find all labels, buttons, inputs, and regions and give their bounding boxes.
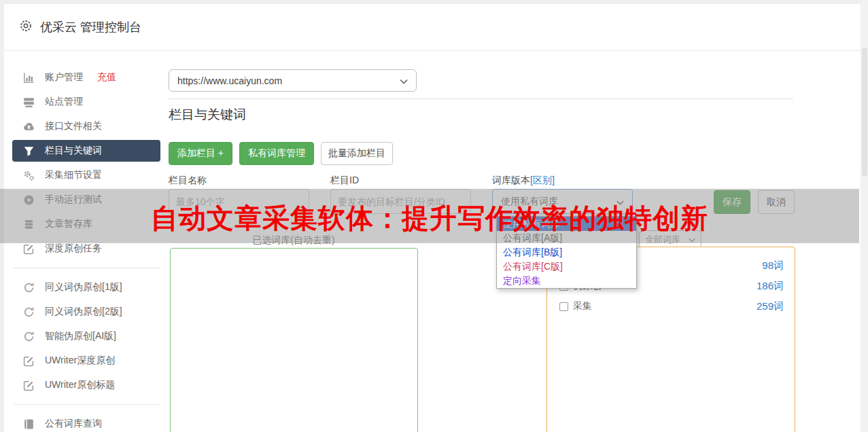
sidebar-item-label: 智能伪原创[AI版] (45, 330, 116, 342)
sidebar-item-label: 同义词伪原创[1版] (45, 281, 122, 293)
refresh-icon (23, 331, 35, 342)
sidebar-item-label: UWriter深度原创 (45, 355, 115, 367)
sidebar-item-uwriter-title[interactable]: UWriter原创标题 (4, 373, 169, 397)
bar-chart-icon (23, 72, 35, 84)
edit-icon (23, 355, 35, 367)
sidebar-item-label: 深度原创任务 (45, 242, 102, 255)
lib-row-label: 采集 (573, 300, 592, 312)
dropdown-option-public-b[interactable]: 公有词库[B版] (497, 245, 636, 259)
sidebar-item-label: 同义词伪原创[2版] (45, 306, 122, 318)
gears-icon (23, 170, 35, 181)
site-select[interactable]: https://www.ucaiyun.com (169, 69, 417, 92)
filter-icon (23, 145, 35, 157)
vertical-scrollbar[interactable] (861, 0, 868, 432)
private-lib-manage-button[interactable]: 私有词库管理 (239, 142, 314, 165)
cloud-upload-icon (23, 121, 35, 132)
server-icon (23, 96, 35, 108)
dropdown-option-public-c[interactable]: 公有词库[C版] (497, 259, 636, 274)
sidebar-item-ai-rewrite[interactable]: 智能伪原创[AI版] (4, 324, 169, 348)
sidebar-item-columns-keywords[interactable]: 栏目与关键词 (12, 140, 160, 162)
sidebar-item-uwriter-deep[interactable]: UWriter深度原创 (4, 348, 169, 373)
divider (14, 268, 159, 268)
divider (169, 98, 793, 99)
book-icon (23, 418, 35, 430)
divider (14, 404, 159, 405)
site-select-value: https://www.ucaiyun.com (177, 75, 282, 86)
sidebar-item-account[interactable]: 账户管理 充值 (4, 65, 169, 90)
sidebar-item-synonym-v1[interactable]: 同义词伪原创[1版] (4, 275, 169, 300)
edit-icon (23, 243, 35, 255)
sidebar-item-label: 账户管理 (45, 71, 83, 84)
scrollbar-thumb[interactable] (862, 48, 867, 177)
edit-icon (23, 380, 35, 391)
sidebar-item-label: 接口文件相关 (45, 120, 102, 132)
sidebar-item-label: 栏目与关键词 (45, 145, 102, 157)
lib-version-label: 词库版本[区别] (492, 175, 555, 187)
dropdown-option-directed[interactable]: 定向采集 (497, 274, 636, 288)
refresh-icon (23, 306, 35, 318)
refresh-icon (23, 282, 35, 293)
watermark-banner: 自动文章采集软体：提升写作效率的独特创新 (0, 200, 859, 237)
sidebar-item-collect-settings[interactable]: 采集细节设置 (4, 163, 169, 187)
app-header: 优采云 管理控制台 (4, 4, 861, 51)
sidebar-item-label: 采集细节设置 (45, 169, 102, 181)
sidebar-item-synonym-v2[interactable]: 同义词伪原创[2版] (4, 300, 169, 324)
gear-icon (19, 19, 33, 35)
column-name-label: 栏目名称 (169, 175, 207, 187)
lib-row-count: 186词 (757, 280, 784, 293)
lib-row-count: 259词 (757, 300, 784, 313)
difference-link[interactable]: [区别] (530, 175, 555, 185)
chevron-down-icon (400, 75, 408, 86)
app-title: 优采云 管理控制台 (40, 19, 141, 35)
checkbox[interactable] (559, 302, 568, 311)
column-id-label: 栏目ID (330, 175, 359, 187)
sidebar-item-label: UWriter原创标题 (45, 379, 115, 391)
selected-lib-panel (170, 248, 418, 432)
sidebar-item-interface-files[interactable]: 接口文件相关 (4, 114, 169, 139)
page-title: 栏目与关键词 (169, 106, 246, 124)
add-column-button[interactable]: 添加栏目 + (169, 142, 232, 165)
sidebar-item-sites[interactable]: 站点管理 (4, 90, 169, 114)
sidebar-item-label: 站点管理 (45, 96, 83, 108)
batch-add-column-button[interactable]: 批量添加栏目 (321, 142, 393, 165)
sidebar-item-label: 公有词库查询 (45, 418, 102, 430)
lib-row: 采集 259词 (559, 296, 784, 317)
lib-row-count: 98词 (762, 259, 784, 272)
recharge-link[interactable]: 充值 (97, 71, 116, 84)
sidebar-item-public-lib-query[interactable]: 公有词库查询 (4, 412, 169, 432)
